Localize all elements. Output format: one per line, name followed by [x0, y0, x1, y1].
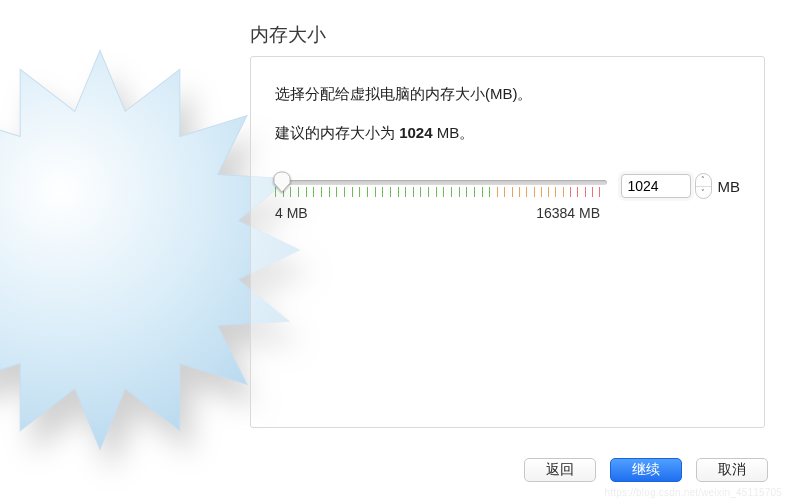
recommended-prefix: 建议的内存大小为 [275, 124, 399, 141]
recommended-text: 建议的内存大小为 1024 MB。 [275, 124, 740, 143]
description-text: 选择分配给虚拟电脑的内存大小(MB)。 [275, 85, 740, 104]
page-title: 内存大小 [250, 22, 326, 48]
recommended-value: 1024 [399, 124, 432, 141]
slider-min-label: 4 MB [275, 205, 308, 221]
memory-value-input[interactable] [621, 174, 691, 198]
memory-stepper[interactable]: ˄ ˅ [695, 173, 712, 199]
recommended-suffix: MB。 [433, 124, 475, 141]
stepper-down-icon[interactable]: ˅ [696, 187, 711, 199]
cancel-button[interactable]: 取消 [696, 458, 768, 482]
memory-unit: MB [716, 178, 741, 195]
slider-zone-orange [497, 187, 570, 199]
footer-buttons: 返回 继续 取消 [524, 458, 768, 482]
slider-zone-red [570, 187, 606, 199]
back-button[interactable]: 返回 [524, 458, 596, 482]
continue-button[interactable]: 继续 [610, 458, 682, 482]
slider-max-label: 16384 MB [536, 205, 600, 221]
watermark: https://blog.csdn.net/weixin_45115705 [604, 487, 782, 498]
slider-zone-green [275, 187, 497, 199]
stepper-up-icon[interactable]: ˄ [696, 174, 711, 187]
memory-slider[interactable] [275, 171, 607, 201]
memory-panel: 选择分配给虚拟电脑的内存大小(MB)。 建议的内存大小为 1024 MB。 ˄ … [250, 56, 765, 428]
slider-track [275, 180, 607, 185]
